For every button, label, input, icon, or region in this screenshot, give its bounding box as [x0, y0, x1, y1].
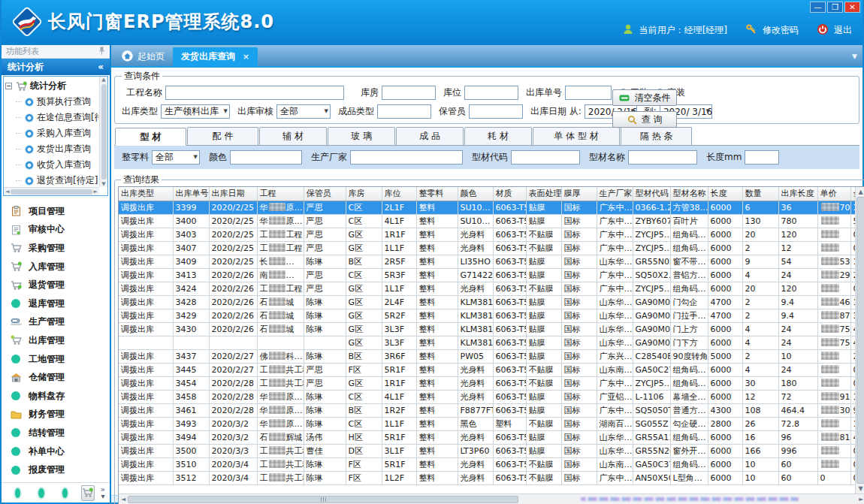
minimize-button[interactable]: —: [810, 2, 826, 13]
column-header[interactable]: 型材代码: [633, 187, 670, 201]
table-row[interactable]: 调拨出库34372020/2/27佛科…陈琳B区3R6F整料PW056063-T…: [119, 349, 864, 363]
material-tab-5[interactable]: 耗 材: [464, 127, 532, 145]
logout-link[interactable]: 退出: [834, 24, 852, 37]
column-header[interactable]: 生产厂家: [597, 187, 633, 201]
column-header[interactable]: 表面处理: [526, 187, 561, 201]
material-tab-6[interactable]: 单 体 型 材: [533, 127, 620, 145]
warehouse-input[interactable]: [382, 86, 436, 100]
tree-item-5[interactable]: 退货查询[待定]: [5, 173, 98, 186]
column-header[interactable]: 长度: [708, 187, 742, 201]
column-header[interactable]: 出库单号: [173, 187, 209, 201]
sidebar-item-12[interactable]: 结转管理: [2, 424, 110, 442]
table-row[interactable]: 调拨出库35122020/3/4工共工程陈琳F区1L2F整料光身料6063-T5…: [119, 471, 864, 484]
table-row[interactable]: 调拨出库34582020/2/28华原…陈琳C区4L1F整料光身料6063-T5…: [119, 390, 864, 403]
table-row[interactable]: 调拨出库34282020/2/26石城陈琳G区2L4F整料KLM38176063…: [119, 295, 864, 309]
overflow-dot-icon[interactable]: [38, 488, 44, 498]
change-password-link[interactable]: 修改密码: [763, 24, 799, 37]
table-row[interactable]: 调拨出库34292020/2/26石城陈琳G区5R2F整料KLM38176063…: [119, 309, 864, 322]
overflow-more-button[interactable]: »▾: [101, 486, 105, 499]
tab-shipment-outbound-query[interactable]: 发货出库查询 ×: [173, 47, 258, 66]
sidebar-item-8[interactable]: 工地管理: [2, 350, 110, 369]
table-row[interactable]: 调拨出库34302020/2/26石城陈琳G区3L3F整料KLM38176063…: [119, 322, 864, 336]
overflow-cart-button[interactable]: [81, 485, 95, 501]
length-input[interactable]: [745, 150, 779, 164]
tree-item-4[interactable]: 收货入库查询: [5, 157, 98, 173]
keeper-input[interactable]: [469, 104, 523, 119]
material-tab-0[interactable]: 型 材: [115, 128, 186, 146]
maximize-button[interactable]: ❐: [827, 2, 843, 13]
tree-hscroll-thumb[interactable]: [11, 189, 92, 195]
column-header[interactable]: 膜厚: [561, 187, 597, 201]
table-row[interactable]: G区3L3F整料KLM38176063-T5贴膜国标山东华…GA90M09.门下…: [119, 336, 864, 349]
table-row[interactable]: 调拨出库34092020/2/25长…陈琳B区2R5F整料LI35HO6063-…: [119, 255, 864, 268]
sidebar-item-7[interactable]: 出库管理: [2, 331, 110, 350]
column-header[interactable]: 保管员: [304, 187, 346, 201]
tab-home[interactable]: 起始页: [113, 47, 173, 66]
scroll-up-icon[interactable]: ▲: [858, 189, 862, 195]
product-type-input[interactable]: [377, 104, 431, 119]
material-tab-4[interactable]: 成 品: [396, 127, 464, 145]
material-tab-2[interactable]: 辅 材: [259, 127, 327, 145]
grid-vscroll-thumb[interactable]: [856, 197, 864, 484]
column-header[interactable]: 颜色: [458, 187, 493, 201]
table-row[interactable]: 调拨出库34032020/2/25工工程严思G区1R1F整料光身料6063-T5…: [119, 228, 864, 241]
sidebar-item-10[interactable]: 物料盘存: [2, 387, 110, 406]
scroll-left-icon[interactable]: ◄: [5, 189, 9, 195]
audit-select[interactable]: 全部: [276, 104, 331, 119]
tree-root[interactable]: − 统计分析: [5, 78, 98, 94]
sidebar-item-4[interactable]: 退货管理: [2, 276, 110, 294]
tree-horizontal-scrollbar[interactable]: ◄ ►: [4, 187, 99, 195]
material-tab-3[interactable]: 玻 璃: [328, 127, 395, 145]
column-header[interactable]: 出库日期: [209, 187, 257, 201]
project-name-input[interactable]: [165, 86, 344, 100]
close-button[interactable]: ✕: [844, 2, 860, 13]
table-row[interactable]: 调拨出库34932020/3/2华原…陈琳C区1L1F整料黑色塑料不贴膜国标湖南…: [119, 417, 864, 430]
table-row[interactable]: 调拨出库34072020/2/25工工程严思G区1L1F整料光身料6063-T5…: [119, 241, 864, 255]
column-header[interactable]: 出库类型: [119, 187, 173, 201]
tree-item-3[interactable]: 发货出库查询: [5, 141, 98, 157]
sidebar-item-2[interactable]: 采购管理: [2, 239, 110, 258]
column-header[interactable]: 材质: [493, 187, 526, 201]
table-row[interactable]: 调拨出库34132020/2/26南…严思C区5R3F整料G714226063-…: [119, 268, 864, 282]
overflow-dot-icon[interactable]: [15, 488, 20, 498]
clear-conditions-button[interactable]: 清空条件: [612, 89, 677, 106]
color-input[interactable]: [230, 150, 302, 164]
sidebar-item-9[interactable]: 仓储管理: [2, 368, 110, 387]
sidebar-item-5[interactable]: 退库管理: [2, 294, 110, 313]
sidebar-section-header[interactable]: 统计分析 «: [2, 59, 110, 75]
tab-close-icon[interactable]: ×: [243, 52, 249, 62]
scroll-down-icon[interactable]: ▼: [101, 181, 105, 187]
tree-item-0[interactable]: 预算执行查询: [5, 94, 98, 110]
table-row[interactable]: 调拨出库35102020/3/4工共工程陈琳F区5R1F整料光身料6063-T5…: [119, 457, 864, 471]
table-row[interactable]: 调拨出库34242020/2/26工工程严思G区1L1F整料光身料6063-T5…: [119, 282, 864, 295]
sidebar-item-11[interactable]: 财务管理: [2, 406, 110, 424]
column-header[interactable]: 数量: [742, 187, 778, 201]
scroll-right-icon[interactable]: ►: [859, 496, 863, 502]
column-header[interactable]: 库房: [346, 187, 382, 201]
scroll-right-icon[interactable]: ►: [94, 189, 98, 195]
table-row[interactable]: 调拨出库34542020/2/28工共工程严思G区1R1F整料光身料6063-T…: [119, 376, 864, 390]
tab-overflow-caret-icon[interactable]: ▼: [852, 53, 857, 60]
tree-vscroll-thumb[interactable]: [101, 84, 107, 180]
scroll-up-icon[interactable]: ▲: [101, 77, 105, 83]
tree-item-2[interactable]: 采购入库查询: [5, 125, 98, 141]
tree-vertical-scrollbar[interactable]: ▲ ▼: [99, 77, 107, 187]
search-button[interactable]: 查 询: [612, 111, 677, 128]
column-header[interactable]: 工程: [257, 187, 304, 201]
tree-item-1[interactable]: 在途信息查询[待: [5, 110, 98, 125]
whole-part-select[interactable]: 全部: [152, 150, 200, 164]
sidebar-item-13[interactable]: 补单中心: [2, 442, 110, 461]
sidebar-item-3[interactable]: 入库管理: [2, 258, 110, 276]
material-tab-7[interactable]: 隔 热 条: [621, 127, 692, 145]
tree-expand-icon[interactable]: −: [5, 83, 12, 89]
order-no-input[interactable]: [565, 86, 612, 100]
grid-hscroll-thumb[interactable]: [128, 496, 518, 503]
location-input[interactable]: [464, 86, 518, 100]
sidebar-item-0[interactable]: 项目管理: [2, 202, 110, 221]
column-header[interactable]: 库位: [382, 187, 416, 201]
table-row[interactable]: 调拨出库34612020/2/28华原…陈琳B区1R2F整料F8877FT606…: [119, 403, 864, 417]
out-type-select[interactable]: 生产领料出库: [161, 104, 230, 119]
table-row[interactable]: 调拨出库33992020/2/25华原…严思C区2L1F整料SU10…6063-…: [119, 201, 864, 214]
manufacturer-input[interactable]: [350, 150, 463, 164]
table-row[interactable]: 调拨出库34002020/2/25华原…严思C区4L1F整料SU10…6063-…: [119, 214, 864, 228]
